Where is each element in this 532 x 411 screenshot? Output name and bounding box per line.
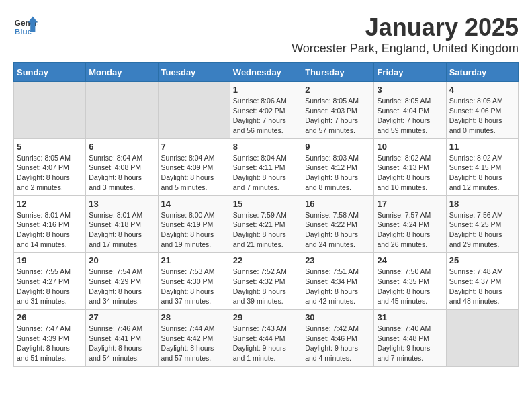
day-info: Sunrise: 7:54 AM Sunset: 4:29 PM Dayligh…: [89, 267, 154, 306]
calendar-cell: 18Sunrise: 7:56 AM Sunset: 4:25 PM Dayli…: [446, 195, 518, 253]
calendar-cell: 27Sunrise: 7:46 AM Sunset: 4:41 PM Dayli…: [86, 310, 158, 367]
logo-icon: General Blue: [13, 13, 38, 38]
logo: General Blue: [13, 13, 38, 38]
day-info: Sunrise: 8:04 AM Sunset: 4:08 PM Dayligh…: [89, 153, 154, 193]
week-row-0: 1Sunrise: 8:06 AM Sunset: 4:02 PM Daylig…: [14, 82, 519, 139]
day-number: 21: [161, 255, 227, 265]
calendar-cell: 14Sunrise: 8:00 AM Sunset: 4:19 PM Dayli…: [158, 195, 230, 253]
day-number: 26: [17, 312, 83, 322]
day-number: 19: [17, 255, 83, 265]
calendar-cell: 22Sunrise: 7:52 AM Sunset: 4:32 PM Dayli…: [230, 253, 302, 310]
header-row: SundayMondayTuesdayWednesdayThursdayFrid…: [14, 63, 519, 82]
day-number: 6: [89, 142, 154, 152]
calendar-cell: 24Sunrise: 7:50 AM Sunset: 4:35 PM Dayli…: [374, 253, 446, 310]
day-number: 25: [449, 255, 515, 265]
day-info: Sunrise: 8:05 AM Sunset: 4:07 PM Dayligh…: [17, 153, 83, 193]
calendar-cell: 20Sunrise: 7:54 AM Sunset: 4:29 PM Dayli…: [86, 253, 158, 310]
header-day-sunday: Sunday: [14, 63, 86, 82]
day-info: Sunrise: 7:56 AM Sunset: 4:25 PM Dayligh…: [449, 210, 515, 250]
calendar-cell: 11Sunrise: 8:02 AM Sunset: 4:15 PM Dayli…: [446, 138, 518, 195]
day-info: Sunrise: 7:55 AM Sunset: 4:27 PM Dayligh…: [17, 267, 83, 306]
day-number: 31: [377, 312, 443, 322]
day-info: Sunrise: 7:59 AM Sunset: 4:21 PM Dayligh…: [233, 210, 299, 250]
day-number: 23: [305, 255, 371, 265]
day-number: 16: [305, 199, 371, 209]
week-row-4: 26Sunrise: 7:47 AM Sunset: 4:39 PM Dayli…: [14, 310, 519, 367]
day-number: 28: [161, 312, 227, 322]
day-info: Sunrise: 7:42 AM Sunset: 4:46 PM Dayligh…: [305, 324, 371, 363]
day-number: 7: [161, 142, 227, 152]
day-info: Sunrise: 7:43 AM Sunset: 4:44 PM Dayligh…: [233, 324, 299, 363]
subtitle: Worcester Park, England, United Kingdom: [292, 42, 519, 56]
day-number: 10: [377, 142, 443, 152]
calendar-cell: 21Sunrise: 7:53 AM Sunset: 4:30 PM Dayli…: [158, 253, 230, 310]
day-number: 29: [233, 312, 299, 322]
calendar-table: SundayMondayTuesdayWednesdayThursdayFrid…: [13, 62, 519, 367]
day-number: 27: [89, 312, 154, 322]
day-info: Sunrise: 8:01 AM Sunset: 4:18 PM Dayligh…: [89, 210, 154, 250]
header-day-thursday: Thursday: [302, 63, 374, 82]
day-info: Sunrise: 7:53 AM Sunset: 4:30 PM Dayligh…: [161, 267, 227, 306]
calendar-cell: [86, 82, 158, 139]
calendar-cell: 7Sunrise: 8:04 AM Sunset: 4:09 PM Daylig…: [158, 138, 230, 195]
calendar-cell: 1Sunrise: 8:06 AM Sunset: 4:02 PM Daylig…: [230, 82, 302, 139]
day-number: 30: [305, 312, 371, 322]
calendar-cell: 17Sunrise: 7:57 AM Sunset: 4:24 PM Dayli…: [374, 195, 446, 253]
svg-text:Blue: Blue: [15, 27, 32, 36]
calendar-cell: 25Sunrise: 7:48 AM Sunset: 4:37 PM Dayli…: [446, 253, 518, 310]
day-number: 13: [89, 199, 154, 209]
day-info: Sunrise: 8:05 AM Sunset: 4:04 PM Dayligh…: [377, 96, 443, 136]
day-number: 17: [377, 199, 443, 209]
calendar-cell: 6Sunrise: 8:04 AM Sunset: 4:08 PM Daylig…: [86, 138, 158, 195]
day-number: 14: [161, 199, 227, 209]
day-info: Sunrise: 8:04 AM Sunset: 4:11 PM Dayligh…: [233, 153, 299, 193]
calendar-cell: 10Sunrise: 8:02 AM Sunset: 4:13 PM Dayli…: [374, 138, 446, 195]
header-day-friday: Friday: [374, 63, 446, 82]
day-number: 3: [377, 85, 443, 95]
calendar-cell: 2Sunrise: 8:05 AM Sunset: 4:03 PM Daylig…: [302, 82, 374, 139]
week-row-1: 5Sunrise: 8:05 AM Sunset: 4:07 PM Daylig…: [14, 138, 519, 195]
day-info: Sunrise: 8:05 AM Sunset: 4:03 PM Dayligh…: [305, 96, 371, 136]
day-number: 18: [449, 199, 515, 209]
calendar-cell: 29Sunrise: 7:43 AM Sunset: 4:44 PM Dayli…: [230, 310, 302, 367]
header-day-wednesday: Wednesday: [230, 63, 302, 82]
main-title: January 2025: [292, 13, 519, 42]
calendar-cell: 23Sunrise: 7:51 AM Sunset: 4:34 PM Dayli…: [302, 253, 374, 310]
calendar-cell: 3Sunrise: 8:05 AM Sunset: 4:04 PM Daylig…: [374, 82, 446, 139]
calendar-cell: 31Sunrise: 7:40 AM Sunset: 4:48 PM Dayli…: [374, 310, 446, 367]
calendar-cell: 16Sunrise: 7:58 AM Sunset: 4:22 PM Dayli…: [302, 195, 374, 253]
calendar-cell: 15Sunrise: 7:59 AM Sunset: 4:21 PM Dayli…: [230, 195, 302, 253]
day-info: Sunrise: 7:47 AM Sunset: 4:39 PM Dayligh…: [17, 324, 83, 363]
day-info: Sunrise: 8:01 AM Sunset: 4:16 PM Dayligh…: [17, 210, 83, 250]
day-info: Sunrise: 7:46 AM Sunset: 4:41 PM Dayligh…: [89, 324, 154, 363]
day-number: 24: [377, 255, 443, 265]
calendar-cell: 12Sunrise: 8:01 AM Sunset: 4:16 PM Dayli…: [14, 195, 86, 253]
day-number: 2: [305, 85, 371, 95]
day-number: 22: [233, 255, 299, 265]
calendar-cell: [446, 310, 518, 367]
day-info: Sunrise: 7:58 AM Sunset: 4:22 PM Dayligh…: [305, 210, 371, 250]
day-number: 11: [449, 142, 515, 152]
calendar-cell: [14, 82, 86, 139]
title-area: January 2025 Worcester Park, England, Un…: [292, 13, 519, 56]
calendar-cell: 9Sunrise: 8:03 AM Sunset: 4:12 PM Daylig…: [302, 138, 374, 195]
day-info: Sunrise: 8:02 AM Sunset: 4:13 PM Dayligh…: [377, 153, 443, 193]
day-info: Sunrise: 7:52 AM Sunset: 4:32 PM Dayligh…: [233, 267, 299, 306]
day-info: Sunrise: 8:06 AM Sunset: 4:02 PM Dayligh…: [233, 96, 299, 136]
day-info: Sunrise: 8:05 AM Sunset: 4:06 PM Dayligh…: [449, 96, 515, 136]
day-info: Sunrise: 7:57 AM Sunset: 4:24 PM Dayligh…: [377, 210, 443, 250]
day-number: 20: [89, 255, 154, 265]
calendar-cell: [158, 82, 230, 139]
day-number: 5: [17, 142, 83, 152]
day-info: Sunrise: 7:51 AM Sunset: 4:34 PM Dayligh…: [305, 267, 371, 306]
header-day-tuesday: Tuesday: [158, 63, 230, 82]
day-info: Sunrise: 7:40 AM Sunset: 4:48 PM Dayligh…: [377, 324, 443, 363]
header: General Blue January 2025 Worcester Park…: [13, 13, 519, 56]
calendar-cell: 30Sunrise: 7:42 AM Sunset: 4:46 PM Dayli…: [302, 310, 374, 367]
day-info: Sunrise: 8:00 AM Sunset: 4:19 PM Dayligh…: [161, 210, 227, 250]
calendar-cell: 28Sunrise: 7:44 AM Sunset: 4:42 PM Dayli…: [158, 310, 230, 367]
day-number: 12: [17, 199, 83, 209]
week-row-2: 12Sunrise: 8:01 AM Sunset: 4:16 PM Dayli…: [14, 195, 519, 253]
day-number: 9: [305, 142, 371, 152]
header-day-saturday: Saturday: [446, 63, 518, 82]
